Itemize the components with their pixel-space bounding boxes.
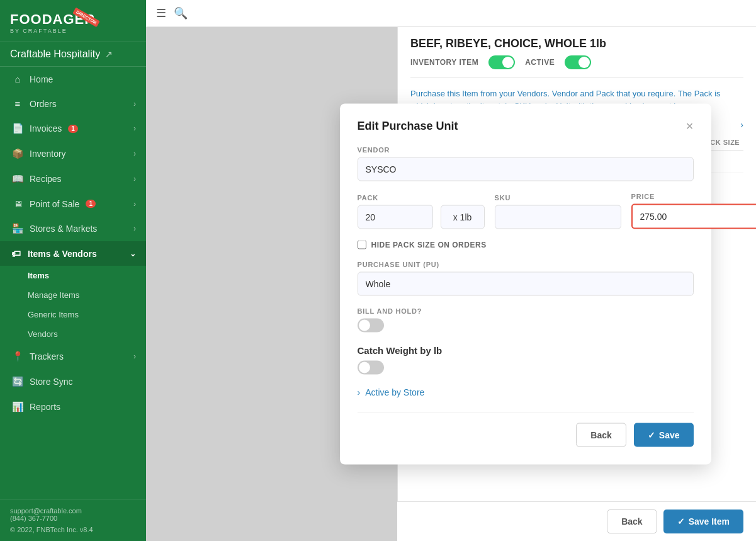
topbar: ☰ 🔍 <box>146 0 756 27</box>
logo-wrap: FOODAGER BY CRAFTABLE DIRECTOR <box>10 11 95 34</box>
hide-pack-row: HIDE PACK SIZE ON ORDERS <box>358 241 694 249</box>
price-label: PRICE <box>631 193 757 200</box>
pack-group: PACK x 1lb <box>358 194 485 229</box>
active-toggle[interactable] <box>565 55 591 69</box>
sidebar-item-trackers[interactable]: 📍 Trackers › <box>0 344 146 369</box>
bill-hold-group: BILL AND HOLD? <box>358 307 694 334</box>
sub-nav-item-manage-items[interactable]: Manage Items <box>28 285 146 305</box>
panel-expand-icon[interactable]: › <box>740 120 743 130</box>
modal-footer: Back ✓ Save <box>358 413 694 447</box>
purchase-unit-input[interactable] <box>358 272 694 296</box>
sidebar-item-items-vendors[interactable]: 🏷 Items & Vendors ⌄ <box>0 241 146 266</box>
active-by-store-label: Active by Store <box>365 387 424 397</box>
sidebar-item-stores[interactable]: 🏪 Stores & Markets › <box>0 216 146 241</box>
sidebar-item-store-sync[interactable]: 🔄 Store Sync <box>0 369 146 394</box>
price-group: PRICE <box>631 193 757 229</box>
trackers-icon: 📍 <box>12 351 23 362</box>
bill-hold-toggle[interactable] <box>358 319 384 333</box>
store-sync-icon: 🔄 <box>12 376 23 387</box>
stores-icon: 🏪 <box>12 223 23 234</box>
sidebar-footer: support@craftable.com (844) 367-7700 © 2… <box>0 499 146 541</box>
checkmark-icon: ✓ <box>677 516 685 527</box>
save-item-button[interactable]: ✓ Save Item <box>663 510 743 533</box>
sidebar-item-items-vendors-label: Items & Vendors <box>28 249 97 259</box>
sub-nav-item-items[interactable]: Items <box>28 266 146 285</box>
item-title: BEEF, RIBEYE, CHOICE, WHOLE 1lb <box>410 37 743 50</box>
orders-icon: ≡ <box>12 98 23 109</box>
modal-back-button[interactable]: Back <box>576 423 626 447</box>
sidebar-item-inventory[interactable]: 📦 Inventory › <box>0 141 146 166</box>
sidebar-item-orders[interactable]: ≡ Orders › <box>0 91 146 116</box>
active-by-store[interactable]: › Active by Store <box>358 387 694 397</box>
pos-icon: 🖥 <box>12 198 23 209</box>
pack-input[interactable] <box>358 205 433 229</box>
items-vendors-chevron-icon: ⌄ <box>130 249 136 258</box>
sub-nav-items-vendors: Items Manage Items Generic Items Vendors <box>0 266 146 344</box>
save-checkmark-icon: ✓ <box>648 430 655 440</box>
vendor-input[interactable] <box>358 157 694 181</box>
logo-sub: BY CRAFTABLE <box>10 28 95 34</box>
catch-weight-toggle[interactable] <box>358 361 384 375</box>
pack-label: PACK <box>358 194 485 202</box>
sidebar-item-invoices-label: Invoices <box>30 123 62 134</box>
sidebar-item-pos[interactable]: 🖥 Point of Sale 1 › <box>0 191 146 216</box>
sidebar-item-store-sync-label: Store Sync <box>30 377 72 387</box>
items-vendors-icon: 🏷 <box>10 248 21 259</box>
catch-weight-title: Catch Weight by lb <box>358 345 694 356</box>
active-label: ACTIVE <box>525 58 555 67</box>
modal-header: Edit Purchase Unit × <box>358 119 694 134</box>
sub-nav-item-generic-items[interactable]: Generic Items <box>28 305 146 324</box>
menu-icon[interactable]: ☰ <box>156 6 166 20</box>
toggles-row: INVENTORY ITEM ACTIVE <box>410 55 743 69</box>
save-item-label: Save Item <box>689 516 730 527</box>
sidebar-item-home-label: Home <box>30 74 53 84</box>
invoices-badge: 1 <box>68 125 78 133</box>
pack-unit: x 1lb <box>441 205 485 229</box>
inventory-chevron-icon: › <box>133 149 136 158</box>
sidebar: FOODAGER BY CRAFTABLE DIRECTOR Craftable… <box>0 0 146 541</box>
invoices-chevron-icon: › <box>133 124 136 133</box>
sku-input[interactable] <box>495 205 621 229</box>
sidebar-item-recipes[interactable]: 📖 Recipes › <box>0 166 146 191</box>
sidebar-item-home[interactable]: ⌂ Home <box>0 67 146 91</box>
sub-nav-item-vendors[interactable]: Vendors <box>28 324 146 344</box>
bill-hold-toggle-knob <box>359 320 370 331</box>
back-button-main[interactable]: Back <box>607 510 657 533</box>
modal-save-label: Save <box>659 430 680 440</box>
pos-badge: 1 <box>86 200 96 208</box>
reports-icon: 📊 <box>12 401 23 413</box>
sidebar-item-reports-label: Reports <box>30 402 60 412</box>
vendor-label: VENDOR <box>358 146 694 154</box>
inventory-item-toggle[interactable] <box>488 55 515 69</box>
sidebar-item-invoices[interactable]: 📄 Invoices 1 › <box>0 116 146 141</box>
active-by-store-arrow-icon: › <box>358 387 361 397</box>
sidebar-item-pos-label: Point of Sale <box>30 199 79 209</box>
edit-purchase-unit-modal: Edit Purchase Unit × VENDOR PACK x 1lb <box>340 104 711 465</box>
org-name: Craftable Hospitality <box>10 48 100 60</box>
org-arrow-icon: ↗ <box>105 49 113 59</box>
sidebar-item-reports[interactable]: 📊 Reports <box>0 394 146 419</box>
main-area: ☰ 🔍 BEEF, RIBEYE, CHOICE, WHOLE 1lb INVE… <box>146 0 756 541</box>
recipes-icon: 📖 <box>12 173 23 185</box>
invoices-icon: 📄 <box>12 123 23 134</box>
support-email: support@craftable.com <box>10 507 136 515</box>
vendor-group: VENDOR <box>358 146 694 181</box>
purchase-unit-group: PURCHASE UNIT (PU) <box>358 261 694 296</box>
stores-chevron-icon: › <box>133 224 136 233</box>
sidebar-item-stores-label: Stores & Markets <box>30 224 97 234</box>
hide-pack-checkbox[interactable] <box>358 241 366 249</box>
modal-close-button[interactable]: × <box>686 119 694 134</box>
home-icon: ⌂ <box>12 74 23 84</box>
orders-chevron-icon: › <box>133 100 136 108</box>
right-panel-footer: Back ✓ Save Item <box>397 501 756 541</box>
modal-save-button[interactable]: ✓ Save <box>634 423 694 447</box>
sidebar-item-orders-label: Orders <box>30 99 57 109</box>
price-input[interactable] <box>631 204 757 229</box>
search-icon[interactable]: 🔍 <box>174 6 188 20</box>
hide-pack-label: HIDE PACK SIZE ON ORDERS <box>371 241 487 249</box>
org-selector[interactable]: Craftable Hospitality ↗ <box>0 42 146 67</box>
sidebar-item-inventory-label: Inventory <box>30 149 66 159</box>
support-phone: (844) 367-7700 <box>10 515 136 522</box>
sku-group: SKU <box>495 194 621 229</box>
sidebar-item-trackers-label: Trackers <box>30 351 64 362</box>
